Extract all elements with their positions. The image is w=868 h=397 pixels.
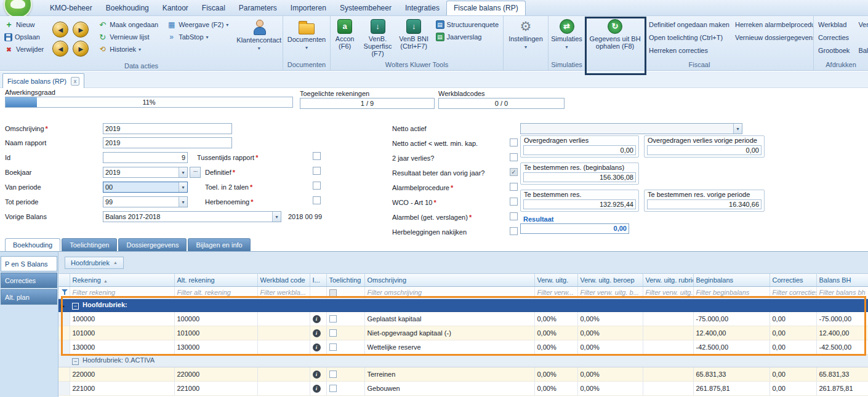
chevron-down-icon[interactable]: ▾ [179,182,187,192]
jaarverslag-button[interactable]: ▤Jaarverslag [433,31,501,42]
next-record-button[interactable]: ▶ [73,22,89,38]
cell-verw-uitg-rubriek[interactable] [643,367,693,381]
cell-verw-uitg-rubriek[interactable] [643,326,693,340]
cell-beginbalans[interactable]: 65.831,33 [693,367,770,381]
cell-verw-uitg[interactable]: 0,00% [534,340,577,354]
accon-button[interactable]: a Accon (F6) [331,16,359,50]
te-bestemmen-beginbalans-value[interactable]: 156.306,08 [523,172,636,182]
simulaties-button[interactable]: ⇄ Simulaties▾ [550,16,584,51]
cell-verw-uitg-beroep[interactable]: 0,00% [577,367,643,381]
filter-alt-rekening[interactable]: Filter alt. rekening [174,286,257,299]
documenten-button[interactable]: Documenten▾ [286,16,327,52]
col-header-verw-uitg[interactable]: Verw. uitg. [534,274,577,286]
cell-omschrijving[interactable]: Gebouwen [364,381,534,395]
menu-tab-kantoor[interactable]: Kantoor [156,1,195,15]
cell-werkblad-code[interactable] [257,340,310,354]
sidebar-item-alt-plan[interactable]: Alt. plan [1,289,57,305]
menu-tab-importeren[interactable]: Importeren [284,1,333,15]
open-toelichting-button[interactable]: Open toelichting (Ctrl+T) [646,32,729,44]
menu-tab-boekhouding[interactable]: Boekhouding [99,1,156,15]
opslaan-button[interactable]: Opslaan [2,31,46,42]
cell-verw-uitg-rubriek[interactable] [643,311,693,326]
cell-beginbalans[interactable]: 261.875,81 [693,381,770,395]
cell-werkblad-code[interactable] [257,326,310,340]
omschrijving-input[interactable]: 2019 [103,123,232,134]
naam-rapport-input[interactable]: 2019 [103,137,232,148]
cell-omschrijving[interactable]: Terreinen [364,367,534,381]
historiek-button[interactable]: ⟲Historiek▾ [95,44,161,55]
cell-alt-rekening[interactable]: 101000 [174,326,257,340]
tab-boekhouding[interactable]: Boekhouding [5,238,60,251]
toelichting-checkbox[interactable] [329,315,337,323]
menu-tab-fiscale-balans[interactable]: Fiscale balans (RP) [446,1,526,15]
col-header-balans-bh[interactable]: Balans BH [816,274,868,286]
herreken-correcties-button[interactable]: Herreken correcties [646,45,729,57]
venb-superfisc-button[interactable]: ↓ VenB. Superfisc (F7) [359,16,396,57]
col-header-omschrijving[interactable]: Omschrijving [364,274,534,286]
cell-verw-uitg[interactable]: 0,00% [534,367,577,381]
cell-beginbalans[interactable]: -75.000,00 [693,311,770,326]
venb-bni-button[interactable]: ↓ VenB BNI (Ctrl+F7) [396,16,432,50]
cell-werkblad-code[interactable] [257,311,310,326]
prev-record-button[interactable]: ◀ [52,41,68,57]
toel-in-2-talen-checkbox[interactable] [313,182,321,190]
cell-info[interactable]: i [310,367,326,381]
cell-verw-uitg-beroep[interactable]: 0,00% [577,326,643,340]
toelichting-checkbox[interactable] [329,371,337,378]
herbenoeming-checkbox[interactable] [313,196,321,204]
filter-correcties[interactable]: Filter correcties [770,286,816,299]
cell-toelichting[interactable] [326,311,364,326]
cell-correcties[interactable]: 0,00 [770,340,816,354]
col-header-toelichting[interactable]: Toelichting [326,274,364,286]
tabstop-button[interactable]: »TabStop▾ [164,31,231,42]
last-record-button[interactable]: ▶ [73,41,89,57]
definitief-ongedaan-maken-button[interactable]: Definitief ongedaan maken [646,19,729,31]
cell-rekening[interactable]: 130000 [70,340,174,354]
col-header-werkblad-code[interactable]: Werkblad code [257,274,310,286]
col-header-correcties[interactable]: Correcties [770,274,816,286]
cell-omschrijving[interactable]: Wettelijke reserve [364,340,534,354]
col-header-alt-rekening[interactable]: Alt. rekening [174,274,257,286]
cell-toelichting[interactable] [326,326,364,340]
balans-print-button[interactable]: Balan [856,45,868,57]
table-row[interactable]: 101000 101000 i Niet-opgevraagd kapitaal… [58,326,868,340]
te-bestemmen-value[interactable]: 132.925,44 [523,199,636,209]
resultaat-link[interactable]: Resultaat [523,215,554,223]
tab-dossiergegevens[interactable]: Dossiergegevens [118,238,187,251]
group-row-activa[interactable]: −Hoofdrubriek: 0.ACTIVA [58,354,868,367]
cell-werkblad-code[interactable] [257,381,310,395]
chevron-down-icon[interactable]: ▾ [179,197,187,207]
cell-omschrijving[interactable]: Geplaatst kapitaal [364,311,534,326]
col-header-rekening[interactable]: Rekening▲ [70,274,174,286]
boekjaar-browse-button[interactable]: ··· [190,167,201,178]
cell-omschrijving[interactable]: Niet-opgevraagd kapitaal (-) [364,326,534,340]
table-row[interactable]: 130000 130000 i Wettelijke reserve 0,00%… [58,340,868,354]
te-bestemmen-vp-value[interactable]: 16.340,66 [647,199,762,209]
group-row-selected[interactable]: ▶ −Hoofdrubriek: [58,299,868,311]
filter-omschrijving[interactable]: Filter omschrijving [364,286,534,299]
cell-info[interactable]: i [310,340,326,354]
cell-toelichting[interactable] [326,367,364,381]
menu-tab-kmo-beheer[interactable]: KMO-beheer [43,1,99,15]
cell-verw-uitg-rubriek[interactable] [643,381,693,395]
vorige-balans-select[interactable]: Balans 2017-2018▾ [103,211,281,222]
tab-toelichtingen[interactable]: Toelichtingen [62,238,117,251]
tussentijds-rapport-checkbox[interactable] [313,152,321,160]
group-row-content[interactable]: −Hoofdrubriek: 0.ACTIVA [70,354,868,367]
vernieuw-dossiergegevens-button[interactable]: Vernieuw dossiergegevens [733,32,811,44]
cell-info[interactable]: i [310,311,326,326]
cell-balans-bh[interactable]: -42.500,00 [816,340,868,354]
chevron-down-icon[interactable]: ▾ [733,124,742,134]
cell-werkblad-code[interactable] [257,367,310,381]
toelichting-checkbox[interactable] [329,329,337,337]
cell-beginbalans[interactable]: 12.400,00 [693,326,770,340]
cell-info[interactable]: i [310,381,326,395]
collapse-icon[interactable]: − [72,358,79,365]
group-row-content[interactable]: −Hoofdrubriek: [70,299,868,311]
chevron-down-icon[interactable]: ▾ [179,167,187,177]
table-row[interactable]: 221000 221000 i Gebouwen 0,00% 0,00% 261… [58,381,868,395]
filter-rekening[interactable]: Filter rekening [70,286,174,299]
wco-art10-checkbox[interactable] [510,198,518,206]
cell-verw-uitg-beroep[interactable]: 0,00% [577,340,643,354]
filter-toelichting[interactable] [326,286,364,299]
